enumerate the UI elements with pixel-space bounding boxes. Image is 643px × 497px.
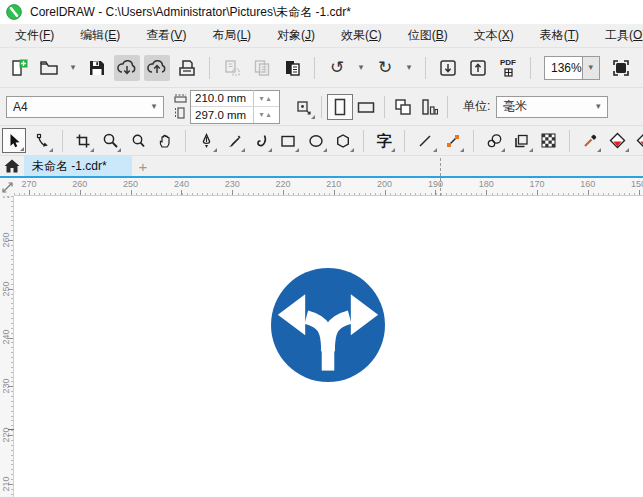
undo-dropdown-button[interactable]: ▾ xyxy=(354,55,368,81)
line-tool[interactable] xyxy=(413,128,437,153)
new-tab-button[interactable]: + xyxy=(132,156,154,176)
toolbox-separator xyxy=(404,130,405,152)
page-width-spinner[interactable]: ▾▴ xyxy=(253,90,279,106)
menu-item-x[interactable]: 文本(X) xyxy=(461,24,527,47)
text-tool[interactable]: 字 xyxy=(372,128,396,153)
menu-item-o[interactable]: 工具(O) xyxy=(592,24,643,47)
toolbox-separator xyxy=(569,130,570,152)
redo-button[interactable]: ↻ xyxy=(372,55,398,81)
connector-tool[interactable] xyxy=(441,128,465,153)
flyout-indicator xyxy=(323,148,327,152)
landscape-orientation-button[interactable] xyxy=(353,94,379,120)
zoom-tool-icon xyxy=(102,132,119,149)
document-tab-title: 未命名 -1.cdr* xyxy=(32,158,107,175)
horizontal-ruler[interactable]: 270260250240230220210200190180170160150 xyxy=(14,178,643,196)
page-height-field[interactable]: 297.0 mm xyxy=(191,109,253,121)
drawing-canvas[interactable] xyxy=(14,196,643,497)
smart-fill-tool[interactable] xyxy=(605,128,629,153)
flyout-indicator xyxy=(213,148,217,152)
menu-bar: 文件(F)编辑(E)查看(V)布局(L)对象(J)效果(C)位图(B)文本(X)… xyxy=(0,24,643,48)
current-page-icon xyxy=(420,97,438,117)
crop-tool-icon xyxy=(75,133,91,149)
export-button[interactable] xyxy=(465,55,491,81)
zoom-out-tool[interactable] xyxy=(125,128,149,153)
pen-tool-icon xyxy=(199,133,214,149)
eyedropper-tool[interactable] xyxy=(578,128,602,153)
all-pages-settings-button[interactable] xyxy=(390,94,416,120)
cloud-upload-button[interactable] xyxy=(144,55,170,81)
flyout-indicator xyxy=(295,148,299,152)
portrait-orientation-button[interactable] xyxy=(327,94,353,120)
bspline-tool[interactable] xyxy=(249,128,273,153)
landscape-icon xyxy=(357,100,375,114)
curve-icon xyxy=(253,133,269,149)
polygon-tool[interactable] xyxy=(331,128,355,153)
current-page-settings-button[interactable] xyxy=(416,94,442,120)
flyout-indicator xyxy=(117,148,121,152)
publish-pdf-button[interactable]: PDF xyxy=(495,55,521,81)
page-height-spinner[interactable]: ▾▴ xyxy=(253,107,279,123)
drop-shadow-tool[interactable] xyxy=(509,128,533,153)
welcome-home-button[interactable] xyxy=(0,156,24,176)
pan-tool[interactable] xyxy=(153,128,177,153)
polygon-icon xyxy=(335,133,351,149)
open-dropdown-button[interactable]: ▾ xyxy=(66,55,80,81)
vertical-ruler[interactable]: 270260250240230220210200 xyxy=(0,196,14,497)
pick-tool[interactable] xyxy=(2,128,26,153)
open-button[interactable] xyxy=(36,55,62,81)
title-bar: CorelDRAW - C:\Users\Administrator\Pictu… xyxy=(0,0,643,24)
import-button[interactable] xyxy=(435,55,461,81)
cloud-download-button[interactable] xyxy=(114,55,140,81)
ellipse-tool[interactable] xyxy=(303,128,327,153)
flyout-indicator xyxy=(241,148,245,152)
page-size-combobox[interactable]: A4 ▾ xyxy=(6,96,164,118)
save-button[interactable] xyxy=(84,55,110,81)
zoom-level-dropdown[interactable]: ▾ xyxy=(582,57,599,79)
document-tab-active[interactable]: 未命名 -1.cdr* xyxy=(24,156,132,176)
zoom-tool[interactable] xyxy=(98,128,122,153)
menu-item-b[interactable]: 位图(B) xyxy=(395,24,461,47)
artistic-media-tool[interactable] xyxy=(221,128,245,153)
menu-item-f[interactable]: 文件(F) xyxy=(2,24,67,47)
page-size-value: A4 xyxy=(7,100,145,114)
zoom-level-combobox[interactable]: 136% ▾ xyxy=(544,56,600,80)
menu-item-t[interactable]: 表格(T) xyxy=(527,24,592,47)
paste-button[interactable] xyxy=(279,55,305,81)
flyout-indicator xyxy=(433,148,437,152)
hruler-label: 240 xyxy=(168,179,194,189)
print-button[interactable] xyxy=(174,55,200,81)
interactive-fill-tool[interactable] xyxy=(633,128,643,153)
ruler-origin-button[interactable] xyxy=(0,178,14,196)
crop-tool[interactable] xyxy=(71,128,95,153)
save-floppy-icon xyxy=(87,58,107,78)
redo-dropdown-button[interactable]: ▾ xyxy=(402,55,416,81)
turn-left-or-right-sign-object[interactable] xyxy=(271,268,385,382)
fullscreen-preview-button[interactable] xyxy=(608,55,634,81)
new-document-button[interactable] xyxy=(6,55,32,81)
hruler-label: 230 xyxy=(219,179,245,189)
page-height-icon xyxy=(174,107,187,119)
rectangle-tool[interactable] xyxy=(276,128,300,153)
coreldraw-app-icon xyxy=(6,4,22,20)
autofit-page-button[interactable] xyxy=(290,94,316,120)
hruler-label: 210 xyxy=(321,179,347,189)
vruler-label: 210 xyxy=(1,471,11,497)
menu-item-v[interactable]: 查看(V) xyxy=(133,24,199,47)
blend-tool[interactable] xyxy=(482,128,506,153)
print-icon xyxy=(177,58,197,78)
undo-button[interactable]: ↺ xyxy=(324,55,350,81)
copy-button xyxy=(249,55,275,81)
pen-tool[interactable] xyxy=(194,128,218,153)
chevron-down-icon: ▾ xyxy=(359,63,364,72)
menu-item-e[interactable]: 编辑(E) xyxy=(67,24,133,47)
export-icon xyxy=(468,58,488,78)
menu-item-j[interactable]: 对象(J) xyxy=(264,24,328,47)
flyout-indicator xyxy=(49,148,53,152)
menu-item-l[interactable]: 布局(L) xyxy=(199,24,264,47)
shape-tool[interactable] xyxy=(29,128,53,153)
page-width-field[interactable]: 210.0 mm xyxy=(191,92,253,104)
transparency-tool[interactable] xyxy=(537,128,561,153)
menu-item-c[interactable]: 效果(C) xyxy=(328,24,395,47)
units-combobox[interactable]: 毫米 ▾ xyxy=(496,96,608,118)
vruler-label: 240 xyxy=(1,324,11,350)
